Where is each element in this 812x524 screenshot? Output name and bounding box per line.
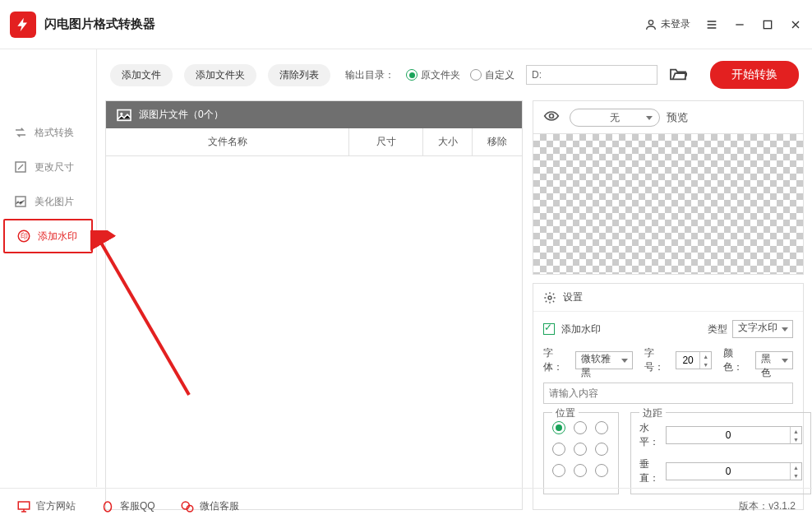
- sidebar: 格式转换 更改尺寸 美化图片 印 添加水印: [0, 49, 97, 487]
- sidebar-label: 格式转换: [35, 126, 74, 140]
- margin-legend: 边距: [639, 406, 666, 420]
- output-path-input[interactable]: [526, 65, 657, 85]
- qq-link[interactable]: 客服QQ: [100, 499, 155, 514]
- svg-point-9: [548, 296, 551, 299]
- preview-panel: 无 预览: [533, 100, 804, 275]
- output-dir-label: 输出目录：: [345, 68, 394, 82]
- pos-bot-center[interactable]: [574, 464, 587, 477]
- v-margin-label: 垂直：: [639, 457, 659, 485]
- type-label: 类型: [708, 322, 727, 336]
- app-title: 闪电图片格式转换器: [44, 16, 155, 32]
- pos-mid-right[interactable]: [595, 443, 608, 456]
- margin-fieldset: 边距 水平： ▲▼ 垂直：: [630, 412, 811, 494]
- font-select[interactable]: 微软雅黑: [575, 351, 633, 369]
- radio-source-folder[interactable]: 原文件夹: [406, 68, 460, 82]
- radio-custom-folder[interactable]: 自定义: [470, 68, 514, 82]
- file-list-panel: 源图片文件（0个） 文件名称 尺寸 大小 移除: [105, 100, 523, 510]
- sidebar-item-beautify[interactable]: 美化图片: [0, 184, 96, 219]
- svg-point-0: [648, 20, 653, 24]
- spin-up-icon[interactable]: ▲: [700, 352, 711, 360]
- fontsize-input[interactable]: ▲▼: [676, 351, 712, 369]
- spin-down-icon[interactable]: ▼: [791, 435, 801, 443]
- color-label: 颜色：: [723, 346, 749, 374]
- position-fieldset: 位置: [543, 412, 619, 494]
- spin-down-icon[interactable]: ▼: [791, 471, 801, 480]
- preview-canvas: [533, 134, 803, 274]
- h-margin-label: 水平：: [639, 421, 659, 449]
- login-label: 未登录: [661, 17, 690, 31]
- fontsize-label: 字号：: [644, 346, 670, 374]
- h-margin-input[interactable]: ▲▼: [666, 426, 802, 444]
- sidebar-item-watermark[interactable]: 印 添加水印: [3, 219, 93, 253]
- col-remove: 移除: [473, 128, 522, 155]
- pos-bot-left[interactable]: [552, 464, 565, 477]
- svg-rect-1: [764, 21, 771, 28]
- file-header-label: 源图片文件（0个）: [139, 108, 224, 122]
- website-link[interactable]: 官方网站: [16, 499, 76, 514]
- position-legend: 位置: [552, 406, 579, 420]
- svg-rect-11: [18, 502, 30, 509]
- pos-top-center[interactable]: [574, 421, 587, 434]
- watermark-text-input[interactable]: [543, 383, 793, 404]
- minimize-icon[interactable]: [733, 18, 746, 31]
- pos-top-left[interactable]: [552, 421, 565, 434]
- sidebar-label: 美化图片: [35, 195, 74, 209]
- preview-label: 预览: [667, 110, 688, 125]
- wechat-icon: [180, 499, 195, 514]
- svg-text:印: 印: [21, 232, 28, 240]
- version-label: 版本：v3.1.2: [739, 499, 796, 513]
- watermark-type-select[interactable]: 文字水印: [732, 320, 793, 338]
- svg-point-7: [120, 112, 122, 114]
- close-icon[interactable]: [789, 18, 802, 31]
- browse-folder-icon[interactable]: [669, 67, 687, 84]
- preview-select[interactable]: 无: [570, 109, 660, 127]
- settings-panel: 设置 添加水印 类型 文字水印 字体：: [533, 283, 804, 510]
- sidebar-item-convert[interactable]: 格式转换: [0, 115, 96, 150]
- pos-bot-right[interactable]: [595, 464, 608, 477]
- watermark-icon: 印: [16, 229, 31, 243]
- v-margin-input[interactable]: ▲▼: [666, 462, 802, 480]
- wechat-link[interactable]: 微信客服: [180, 499, 239, 514]
- spin-up-icon[interactable]: ▲: [791, 463, 801, 471]
- svg-rect-3: [16, 197, 25, 206]
- gear-icon: [543, 291, 556, 304]
- pos-mid-left[interactable]: [552, 443, 565, 456]
- col-size: 大小: [423, 128, 473, 155]
- svg-point-12: [104, 502, 112, 512]
- spin-up-icon[interactable]: ▲: [791, 427, 801, 435]
- pos-top-right[interactable]: [595, 421, 608, 434]
- add-file-button[interactable]: 添加文件: [110, 64, 173, 86]
- watermark-checkbox[interactable]: [543, 323, 555, 335]
- sidebar-label: 添加水印: [38, 230, 77, 243]
- font-label: 字体：: [543, 346, 569, 374]
- sidebar-item-resize[interactable]: 更改尺寸: [0, 150, 96, 184]
- color-select[interactable]: 黑色: [755, 351, 793, 369]
- maximize-icon[interactable]: [761, 18, 774, 31]
- svg-point-8: [550, 114, 554, 118]
- resize-icon: [13, 160, 28, 174]
- beautify-icon: [13, 194, 28, 209]
- menu-icon[interactable]: [705, 18, 718, 31]
- login-button[interactable]: 未登录: [644, 17, 690, 31]
- col-filename: 文件名称: [106, 128, 349, 155]
- app-logo: [10, 12, 36, 38]
- start-convert-button[interactable]: 开始转换: [710, 61, 799, 89]
- clear-list-button[interactable]: 清除列表: [268, 64, 330, 86]
- qq-icon: [100, 499, 115, 514]
- settings-title: 设置: [563, 290, 583, 304]
- sidebar-label: 更改尺寸: [35, 160, 74, 174]
- preview-eye-icon: [540, 108, 563, 127]
- pos-mid-center[interactable]: [574, 443, 587, 456]
- image-icon: [116, 109, 132, 122]
- user-icon: [644, 18, 657, 31]
- spin-down-icon[interactable]: ▼: [700, 360, 711, 369]
- monitor-icon: [16, 499, 31, 514]
- add-folder-button[interactable]: 添加文件夹: [184, 64, 256, 86]
- add-watermark-label: 添加水印: [561, 322, 601, 336]
- convert-icon: [13, 125, 28, 140]
- col-dimension: 尺寸: [349, 128, 423, 155]
